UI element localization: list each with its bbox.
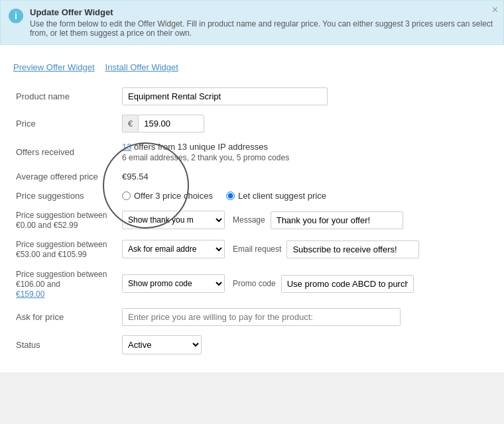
suggestion2-label: Price suggestion between €53.00 and €105… bbox=[16, 240, 107, 259]
radio-offer3-label[interactable]: Offer 3 price choices bbox=[122, 191, 213, 201]
currency-symbol: € bbox=[122, 115, 138, 132]
status-row: Status Active Inactive Paused bbox=[13, 331, 491, 359]
info-banner: i Update Offer Widget Use the form below… bbox=[0, 0, 504, 45]
links-row: Preview Offer Widget Install Offer Widge… bbox=[13, 62, 491, 72]
ask-price-input[interactable] bbox=[122, 308, 401, 326]
product-name-label: Product name bbox=[13, 83, 119, 110]
suggestion1-msg-input[interactable] bbox=[271, 211, 403, 229]
offers-received-row: Offers received 13 offers from 13 unique… bbox=[13, 137, 491, 167]
offers-text: 13 offers from 13 unique IP addresses 6 … bbox=[122, 142, 488, 162]
suggestion1-label: Price suggestion between €0.00 and €52.9… bbox=[16, 211, 107, 230]
price-row: Price € bbox=[13, 110, 491, 137]
close-button[interactable]: × bbox=[492, 5, 498, 15]
suggestion2-dropdown[interactable]: Ask for email addre bbox=[122, 240, 225, 258]
suggestion3-label-normal: Price suggestion between €106.00 and bbox=[16, 270, 107, 289]
form-table: Product name Price € Offers received bbox=[13, 83, 491, 359]
banner-text: Update Offer Widget Use the form below t… bbox=[30, 7, 495, 38]
status-label: Status bbox=[13, 331, 119, 359]
suggestion2-row: Price suggestion between €53.00 and €105… bbox=[13, 235, 491, 264]
suggestion3-msg-label: Promo code bbox=[233, 279, 276, 288]
price-suggestions-radio-group: Offer 3 price choices Let client suggest… bbox=[122, 191, 488, 201]
price-input[interactable] bbox=[138, 115, 204, 132]
avg-price-row: Average offered price €95.54 bbox=[13, 167, 491, 186]
suggestion2-msg-input[interactable] bbox=[286, 240, 419, 258]
offers-sub: 6 email addresses, 2 thank you, 5 promo … bbox=[122, 153, 488, 162]
info-icon: i bbox=[9, 9, 23, 23]
suggestion3-label-blue[interactable]: €159.00 bbox=[16, 290, 44, 299]
price-suggestions-row: Price suggestions Offer 3 price choices … bbox=[13, 186, 491, 205]
suggestion3-row: Price suggestion between €106.00 and €15… bbox=[13, 264, 491, 303]
offers-count-link[interactable]: 13 bbox=[122, 142, 131, 152]
preview-link[interactable]: Preview Offer Widget bbox=[13, 62, 95, 72]
radio-client[interactable] bbox=[226, 191, 235, 200]
avg-price-value: €95.54 bbox=[122, 172, 149, 182]
offers-received-label: Offers received bbox=[13, 137, 119, 167]
suggestion1-row: Price suggestion between €0.00 and €52.9… bbox=[13, 205, 491, 235]
radio-client-label[interactable]: Let client suggest price bbox=[226, 191, 326, 201]
install-link[interactable]: Install Offer Widget bbox=[105, 62, 178, 72]
suggestion2-msg-label: Email request bbox=[233, 244, 281, 254]
suggestion3-msg-input[interactable] bbox=[281, 275, 414, 293]
suggestion3-dropdown[interactable]: Show promo code bbox=[122, 274, 225, 293]
suggestion1-msg-label: Message bbox=[233, 215, 265, 225]
price-suggestions-label: Price suggestions bbox=[13, 186, 119, 205]
ask-price-row: Ask for price bbox=[13, 303, 491, 331]
avg-price-label: Average offered price bbox=[13, 167, 119, 186]
price-label: Price bbox=[13, 110, 119, 137]
suggestion1-dropdown[interactable]: Show thank you m bbox=[122, 211, 225, 229]
ask-price-label: Ask for price bbox=[13, 303, 119, 331]
product-name-input[interactable] bbox=[122, 87, 328, 105]
status-select[interactable]: Active Inactive Paused bbox=[122, 335, 202, 354]
radio-offer3[interactable] bbox=[122, 191, 131, 200]
price-wrapper: € bbox=[122, 115, 488, 132]
product-name-row: Product name bbox=[13, 83, 491, 110]
banner-description: Use the form below to edit the Offer Wid… bbox=[30, 19, 495, 38]
banner-title: Update Offer Widget bbox=[30, 7, 495, 17]
